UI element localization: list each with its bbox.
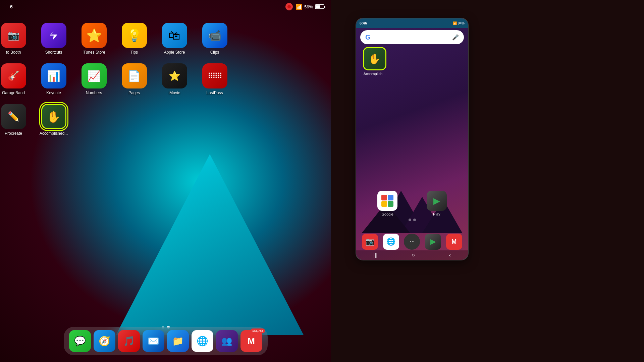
status-dot <box>285 3 293 10</box>
pages-label: Pages <box>128 90 140 95</box>
android-dock-chrome[interactable]: 🌐 <box>383 234 399 250</box>
android-search-bar[interactable]: G 🎤 <box>360 30 464 44</box>
launcher-icon: ⋯ <box>410 239 414 244</box>
dock-teams[interactable]: 👥 <box>216 330 238 352</box>
files-icon: 📁 <box>172 336 184 347</box>
android-accomplished-label: Accomplish... <box>364 72 385 76</box>
android-status-bar: 6:46 📶 94% <box>356 18 468 28</box>
android-screen: 6:46 📶 94% G 🎤 ✋ Accomplish... <box>356 18 468 260</box>
itunes-icon: ⭐ <box>82 23 107 48</box>
itunes-label: iTunes Store <box>83 50 105 55</box>
ipad-app-grid: 📷 to Booth Shortcuts ⭐ iTunes Store <box>0 17 331 145</box>
battery-icon <box>315 4 324 9</box>
mail-icon: ✉️ <box>148 336 159 347</box>
app-row-3: ✏️ Procreate ✋ Accomplished... <box>7 101 324 138</box>
clips-icon: 📹 <box>202 23 227 48</box>
app-shortcuts[interactable]: Shortcuts <box>34 20 74 57</box>
android-battery: 94% <box>458 21 465 25</box>
teams-icon: 👥 <box>221 336 232 346</box>
app-row-2: 🎸 GarageBand 📊 Keynote 📈 Numbers <box>7 61 324 98</box>
app-imovie[interactable]: ⭐ iMovie <box>154 61 195 98</box>
app-apple-store[interactable]: 🛍 Apple Store <box>154 20 195 57</box>
keynote-label: Keynote <box>46 90 61 95</box>
android-status-icons: 📶 94% <box>453 21 465 25</box>
android-dock-launcher[interactable]: ⋯ <box>404 234 420 250</box>
google-g-logo: G <box>365 34 371 41</box>
keynote-icon: 📊 <box>41 63 66 88</box>
play-app-label: Play <box>433 212 440 216</box>
gmail-icon: M <box>248 336 255 346</box>
app-tips[interactable]: 💡 Tips <box>114 20 154 57</box>
music-icon: 🎵 <box>123 336 135 347</box>
garageband-icon: 🎸 <box>1 63 26 88</box>
messages-icon: 💬 <box>74 336 86 347</box>
imovie-label: iMovie <box>169 90 180 95</box>
garageband-label: GarageBand <box>2 90 25 95</box>
photo-booth-icon: 📷 <box>1 23 26 48</box>
android-page-indicator <box>409 219 416 221</box>
app-clips[interactable]: 📹 Clips <box>195 20 235 57</box>
dock-messages[interactable]: 💬 <box>69 330 91 352</box>
android-play-app[interactable]: ▶ Play <box>427 191 447 216</box>
pages-icon: 📄 <box>122 63 147 88</box>
app-pages[interactable]: 📄 Pages <box>114 61 154 98</box>
numbers-label: Numbers <box>86 90 102 95</box>
svg-rect-6 <box>381 201 387 207</box>
dock-gmail[interactable]: M 143,748 <box>240 330 262 352</box>
app-keynote[interactable]: 📊 Keynote <box>34 61 74 98</box>
lastpass-label: LastPass <box>206 90 223 95</box>
ipad-status-bar: 6 📶 56% <box>0 0 331 13</box>
chrome-icon: 🌐 <box>197 336 208 347</box>
dock-safari[interactable]: 🧭 <box>94 330 115 352</box>
app-accomplished[interactable]: ✋ Accomplished... <box>34 101 74 138</box>
dock-files[interactable]: 📁 <box>167 330 189 352</box>
play-app-icon: ▶ <box>427 191 447 211</box>
app-lastpass[interactable]: ⠿⠿⠿ LastPass <box>195 61 235 98</box>
svg-rect-4 <box>381 195 387 200</box>
lastpass-icon: ⠿⠿⠿ <box>202 63 227 88</box>
android-nav-bar: ||| ○ ‹ <box>356 250 468 260</box>
android-accomplished-icon: ✋ <box>363 47 386 70</box>
android-dock-camera[interactable]: 📷 <box>362 234 378 250</box>
app-photo-booth[interactable]: 📷 to Booth <box>0 20 34 57</box>
android-dock-gmail[interactable]: M <box>446 234 462 250</box>
android-dot-1[interactable] <box>409 219 411 221</box>
safari-icon: 🧭 <box>99 336 110 347</box>
battery-percent: 56% <box>304 4 313 9</box>
svg-rect-7 <box>388 201 393 207</box>
shortcuts-label: Shortcuts <box>45 50 62 55</box>
google-app-label: Google <box>382 212 393 216</box>
app-row-1: 📷 to Booth Shortcuts ⭐ iTunes Store <box>7 20 324 57</box>
camera-icon: 📷 <box>366 237 375 246</box>
gmail-badge: 143,748 <box>251 328 265 333</box>
ipad-screen: 6 📶 56% 📷 to Booth Shortcuts <box>0 0 331 362</box>
android-dot-2[interactable] <box>413 219 416 221</box>
android-accomplished-app[interactable]: ✋ Accomplish... <box>360 47 389 76</box>
procreate-icon: ✏️ <box>1 104 26 129</box>
shortcuts-icon <box>41 23 66 48</box>
mic-icon[interactable]: 🎤 <box>452 34 459 41</box>
android-dock: 📷 🌐 ⋯ ▶ M <box>356 234 468 250</box>
app-itunes[interactable]: ⭐ iTunes Store <box>74 20 114 57</box>
dock-chrome[interactable]: 🌐 <box>192 330 213 352</box>
app-numbers[interactable]: 📈 Numbers <box>74 61 114 98</box>
android-recents-button[interactable]: ||| <box>373 252 377 258</box>
apple-store-icon: 🛍 <box>162 23 187 48</box>
accomplished-label: Accomplished... <box>40 131 68 136</box>
dock-mail[interactable]: ✉️ <box>143 330 164 352</box>
android-home-button[interactable]: ○ <box>412 252 415 258</box>
app-procreate[interactable]: ✏️ Procreate <box>0 101 34 138</box>
dock-music[interactable]: 🎵 <box>118 330 140 352</box>
android-google-app[interactable]: Google <box>377 191 397 216</box>
android-bottom-apps: Google ▶ Play <box>356 191 468 216</box>
gmail-icon: M <box>451 238 457 245</box>
android-app-area: ✋ Accomplish... <box>360 47 389 76</box>
app-garageband[interactable]: 🎸 GarageBand <box>0 61 34 98</box>
android-dock-play[interactable]: ▶ <box>425 234 441 250</box>
procreate-label: Procreate <box>5 131 22 136</box>
chrome-icon: 🌐 <box>386 237 395 246</box>
android-back-button[interactable]: ‹ <box>449 252 451 258</box>
play-store-icon: ▶ <box>430 237 436 246</box>
clips-label: Clips <box>210 50 219 55</box>
accomplished-icon: ✋ <box>41 104 66 129</box>
